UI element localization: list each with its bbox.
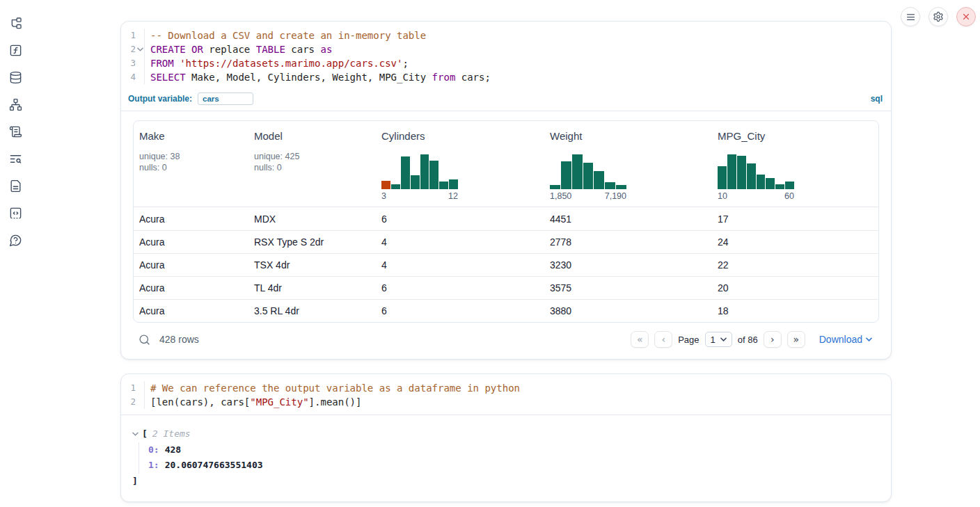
line-number-gutter: 1234 — [121, 29, 145, 84]
column-header[interactable]: MPG_City1060 — [712, 129, 878, 201]
table-cell: 6 — [376, 214, 544, 225]
page-total-label: of 86 — [738, 335, 758, 345]
table-cell: 17 — [712, 214, 878, 225]
column-summary: unique: 425 — [254, 151, 376, 162]
tree-entry: 1:20.060747663551403 — [148, 458, 877, 474]
column-summary: nulls: 0 — [254, 162, 376, 173]
table-footer: 428 rows « ‹ Page 1 of 86 › » Download — [133, 323, 879, 359]
code-token: CREATE OR — [150, 44, 203, 55]
menu-button[interactable] — [901, 7, 920, 26]
output-variable-row: Output variable: sql — [121, 90, 891, 111]
table-cell: Acura — [134, 282, 248, 293]
column-header[interactable]: Weight1,8507,190 — [544, 129, 712, 201]
page-select[interactable]: 1 — [705, 332, 732, 347]
page-label: Page — [678, 335, 699, 345]
code-token: Make, Model, Cylinders, Weight, MPG_City — [186, 72, 432, 83]
column-title: Cylinders — [381, 129, 544, 143]
prev-page-button[interactable]: ‹ — [654, 331, 672, 348]
sidebar-item-snippets[interactable] — [8, 205, 23, 220]
column-summary: nulls: 0 — [139, 162, 248, 173]
settings-button[interactable] — [928, 7, 948, 26]
sidebar-item-file-explorer[interactable] — [8, 15, 23, 31]
histogram-bar — [561, 161, 571, 189]
histogram-bar — [381, 181, 390, 189]
code-token: -- Download a CSV and create an in-memor… — [150, 30, 426, 41]
output-variable-input[interactable] — [198, 92, 253, 105]
sql-cell: 1234-- Download a CSV and create an in-m… — [120, 21, 892, 360]
collapse-icon[interactable] — [132, 432, 142, 436]
histogram-max-label: 7,190 — [605, 191, 626, 201]
download-label: Download — [819, 334, 862, 345]
fold-icon[interactable] — [136, 47, 144, 51]
sidebar-item-logs[interactable] — [8, 124, 23, 139]
function-square-icon — [9, 44, 22, 57]
line-number: 1 — [121, 29, 144, 42]
histogram-bar — [572, 154, 583, 189]
entry-key: 0: — [148, 444, 159, 455]
code-token: cars — [285, 44, 321, 55]
output-variable-label: Output variable: — [128, 94, 192, 104]
download-button[interactable]: Download — [819, 334, 872, 345]
column-header[interactable]: Makeunique: 38nulls: 0 — [134, 129, 248, 201]
sidebar-item-documentation[interactable] — [8, 178, 23, 193]
sidebar-item-help[interactable] — [8, 232, 23, 248]
first-page-button[interactable]: « — [631, 331, 649, 348]
table-cell: 4451 — [544, 214, 712, 225]
sidebar-item-search-logs[interactable] — [8, 151, 23, 166]
help-bubble-icon — [9, 234, 22, 247]
table-cell: 20 — [712, 282, 878, 293]
histogram-min-label: 10 — [718, 191, 727, 201]
close-icon — [961, 12, 971, 22]
search-icon — [139, 334, 150, 346]
search-button[interactable] — [139, 334, 150, 346]
histogram-bar — [401, 156, 410, 189]
table-cell: 4 — [376, 259, 544, 271]
shutdown-button[interactable] — [956, 7, 976, 26]
database-icon — [9, 71, 22, 84]
notebook-controls — [901, 7, 976, 26]
sql-code-editor[interactable]: 1234-- Download a CSV and create an in-m… — [121, 22, 891, 90]
sidebar-item-dependencies[interactable] — [8, 97, 23, 112]
histogram-bar — [420, 154, 429, 189]
column-header[interactable]: Cylinders312 — [376, 129, 544, 201]
histogram-bar — [616, 185, 626, 189]
next-page-button[interactable]: › — [764, 331, 782, 348]
code-token: from — [432, 72, 456, 83]
page-select-value: 1 — [711, 335, 716, 345]
column-header[interactable]: Modelunique: 425nulls: 0 — [248, 129, 376, 201]
code-token: ].mean()] — [309, 396, 362, 408]
code-line: [len(cars), cars["MPG_City"].mean()] — [150, 395, 520, 409]
hamburger-icon — [906, 12, 916, 22]
first-page-icon: « — [637, 334, 643, 345]
code-token: cars; — [455, 72, 491, 83]
histogram-bar — [747, 163, 756, 189]
histogram-min-label: 3 — [381, 191, 386, 201]
code-lines: # We can reference the output variable a… — [145, 381, 520, 409]
histogram-bar — [775, 184, 784, 189]
line-number: 4 — [121, 70, 144, 84]
last-page-icon: » — [793, 334, 799, 345]
code-line: SELECT Make, Model, Cylinders, Weight, M… — [150, 70, 491, 84]
code-token: SELECT — [150, 72, 186, 83]
table-row: AcuraTL 4dr6357520 — [134, 276, 878, 299]
last-page-button[interactable]: » — [787, 331, 805, 348]
code-token: FROM — [150, 58, 174, 69]
prev-page-icon: ‹ — [661, 334, 665, 345]
table-cell: RSX Type S 2dr — [248, 236, 376, 248]
items-count: 2 Items — [152, 426, 191, 442]
histogram-bar — [757, 175, 766, 189]
line-number: 1 — [121, 381, 144, 395]
column-title: Weight — [550, 129, 712, 143]
python-code-editor[interactable]: 12# We can reference the output variable… — [121, 374, 891, 415]
code-line: # We can reference the output variable a… — [150, 381, 520, 395]
histogram-bar — [727, 154, 736, 189]
file-text-icon — [9, 179, 22, 193]
sidebar-item-datasources[interactable] — [8, 70, 23, 85]
histogram-bar — [391, 184, 400, 189]
code-token: 'https://datasets.marimo.app/cars.csv' — [180, 58, 402, 69]
sidebar-item-variables[interactable] — [8, 42, 23, 58]
histogram-labels: 1060 — [718, 191, 794, 201]
table-cell: 22 — [712, 259, 878, 271]
table-cell: Acura — [134, 236, 248, 248]
histogram — [718, 152, 794, 189]
